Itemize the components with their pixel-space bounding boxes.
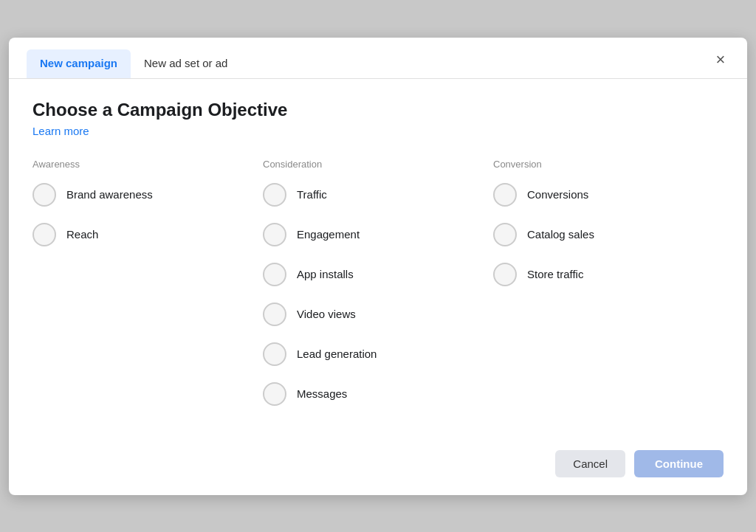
continue-button[interactable]: Continue [634,450,724,477]
close-button[interactable]: × [709,48,732,72]
radio-messages[interactable] [263,382,286,406]
radio-catalog-sales[interactable] [493,223,517,246]
radio-brand-awareness[interactable] [32,183,56,207]
list-item[interactable]: Traffic [263,183,486,207]
list-item[interactable]: Conversions [493,183,716,207]
campaign-modal: New campaign New ad set or ad × Choose a… [9,38,747,495]
awareness-heading: Awareness [32,159,255,170]
traffic-label: Traffic [297,188,327,201]
list-item[interactable]: Messages [263,382,486,406]
conversion-heading: Conversion [493,159,716,170]
messages-label: Messages [297,387,347,400]
radio-app-installs[interactable] [263,263,286,286]
conversion-column: Conversion Conversions Catalog sales Sto… [493,159,724,422]
tab-new-ad[interactable]: New ad set or ad [131,49,241,78]
learn-more-link[interactable]: Learn more [32,125,89,137]
tab-new-campaign[interactable]: New campaign [27,49,131,78]
list-item[interactable]: Video views [263,303,486,326]
radio-traffic[interactable] [263,183,286,207]
awareness-column: Awareness Brand awareness Reach [32,159,263,422]
list-item[interactable]: Reach [32,223,255,246]
radio-engagement[interactable] [263,223,286,246]
consideration-heading: Consideration [263,159,486,170]
list-item[interactable]: Catalog sales [493,223,716,246]
modal-overlay: New campaign New ad set or ad × Choose a… [0,0,756,532]
consideration-column: Consideration Traffic Engagement App ins… [263,159,493,422]
list-item[interactable]: App installs [263,263,486,286]
store-traffic-label: Store traffic [527,268,583,280]
brand-awareness-label: Brand awareness [66,188,153,201]
radio-store-traffic[interactable] [493,263,517,286]
list-item[interactable]: Engagement [263,223,486,246]
list-item[interactable]: Lead generation [263,342,486,366]
reach-label: Reach [66,228,98,241]
objectives-grid: Awareness Brand awareness Reach Consider… [32,159,724,422]
modal-title: Choose a Campaign Objective [32,100,724,120]
app-installs-label: App installs [297,268,354,280]
lead-generation-label: Lead generation [297,348,377,360]
close-icon: × [716,50,726,69]
catalog-sales-label: Catalog sales [527,228,594,241]
list-item[interactable]: Store traffic [493,263,716,286]
modal-footer: Cancel Continue [9,437,747,495]
radio-video-views[interactable] [263,303,286,326]
modal-header: New campaign New ad set or ad × [9,38,747,79]
cancel-button[interactable]: Cancel [555,450,625,477]
radio-lead-generation[interactable] [263,342,286,366]
video-views-label: Video views [297,308,356,320]
radio-reach[interactable] [32,223,56,246]
modal-body: Choose a Campaign Objective Learn more A… [9,79,747,437]
radio-conversions[interactable] [493,183,517,207]
engagement-label: Engagement [297,228,360,241]
conversions-label: Conversions [527,188,588,201]
list-item[interactable]: Brand awareness [32,183,255,207]
